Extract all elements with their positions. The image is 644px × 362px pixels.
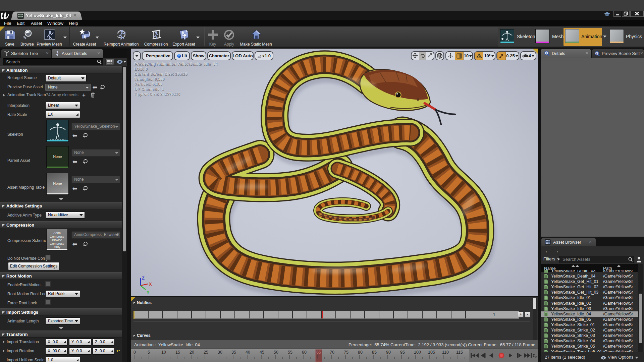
svg-text:75: 75 [344,350,348,355]
svg-text:85: 85 [372,350,377,355]
svg-text:Z: Z [142,276,145,281]
svg-text:20: 20 [190,350,194,355]
svg-text:55: 55 [288,350,292,355]
svg-text:115: 115 [456,350,463,355]
svg-text:65: 65 [316,350,321,355]
svg-text:15: 15 [175,350,180,355]
svg-text:70: 70 [330,350,334,355]
svg-text:40: 40 [246,350,250,355]
svg-text:25: 25 [204,350,208,355]
svg-text:X: X [149,282,152,287]
svg-text:90: 90 [386,350,391,355]
svg-text:60: 60 [302,350,307,355]
svg-text:105: 105 [428,350,435,355]
svg-text:30: 30 [218,350,222,355]
svg-text:95: 95 [400,350,405,355]
svg-text:0: 0 [133,350,136,355]
svg-text:50: 50 [274,350,278,355]
svg-text:100: 100 [414,350,421,355]
svg-text:110: 110 [442,350,449,355]
svg-text:Y: Y [147,290,150,295]
svg-text:10: 10 [161,350,166,355]
svg-text:45: 45 [260,350,264,355]
svg-text:35: 35 [231,350,236,355]
svg-text:80: 80 [358,350,363,355]
svg-text:5: 5 [148,350,150,355]
